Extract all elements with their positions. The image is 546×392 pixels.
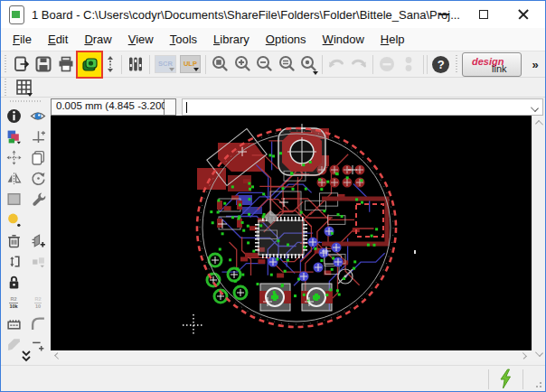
open-button[interactable] — [11, 53, 33, 76]
group-button[interactable] — [3, 189, 24, 210]
scroll-down-icon[interactable] — [535, 349, 543, 357]
mirror-icon — [6, 171, 22, 186]
show-button[interactable] — [27, 106, 49, 126]
command-dropdown-icon[interactable] — [531, 104, 539, 112]
zoom-fit-icon — [210, 54, 230, 74]
app-board-icon — [9, 5, 24, 24]
miter-button[interactable] — [27, 313, 49, 334]
pinswap-button[interactable] — [3, 251, 24, 272]
menu-tools[interactable]: Tools — [162, 30, 205, 49]
coordinate-readout: 0.005 mm (4.845 -3.200) — [51, 98, 165, 116]
more-tools-chevron-icon — [19, 350, 33, 363]
close-button[interactable] — [504, 1, 543, 28]
help-button[interactable]: ? — [430, 53, 452, 76]
horizontal-scrollbar[interactable] — [51, 350, 533, 361]
board-icon — [80, 55, 99, 74]
scroll-right-icon[interactable] — [520, 352, 527, 359]
more-tools-button[interactable] — [1, 350, 51, 363]
zoom-redraw-dropdown-icon — [313, 71, 318, 75]
design-link-button[interactable]: design link — [462, 52, 522, 77]
display-layers-button[interactable] — [3, 126, 24, 147]
toolbar-grip-2[interactable] — [454, 55, 460, 73]
status-bar — [1, 365, 545, 391]
toolbar2-grip[interactable] — [3, 79, 9, 97]
smash-button[interactable] — [3, 313, 24, 334]
switch-board-button-highlighted[interactable] — [78, 52, 101, 77]
board-canvas[interactable] — [51, 116, 533, 350]
ulp-button[interactable]: ULP — [180, 55, 201, 73]
zoom-in-button[interactable] — [231, 53, 253, 76]
gateswap-button[interactable] — [27, 251, 49, 272]
toolbar-overflow-chevron[interactable]: » — [525, 58, 545, 71]
menu-draw[interactable]: Draw — [76, 30, 119, 49]
ulp-label: ULP — [184, 60, 197, 68]
lock-button[interactable] — [3, 272, 24, 293]
grid-toolbar — [1, 79, 545, 98]
script-button[interactable]: SCR — [155, 55, 175, 73]
copy-button[interactable] — [27, 147, 49, 168]
zoom-out-icon — [254, 54, 274, 74]
zoom-redraw-button[interactable] — [297, 53, 319, 76]
print-button[interactable] — [55, 53, 77, 76]
application-window: 1 Board - C:\Users\codyr\Documents\Share… — [0, 0, 546, 392]
change-button[interactable] — [27, 189, 49, 210]
zoom-select-icon — [277, 54, 297, 74]
layer-settings-icon — [127, 55, 145, 73]
grid-button[interactable] — [13, 77, 35, 99]
mark-origin-button[interactable] — [102, 53, 118, 76]
mark-icon — [31, 129, 46, 145]
info-button[interactable] — [3, 106, 24, 126]
pinswap-icon — [6, 254, 22, 269]
menu-file[interactable]: File — [5, 30, 40, 49]
toolbar-grip[interactable] — [3, 55, 9, 73]
smash-icon — [6, 316, 22, 331]
copy-icon — [31, 150, 46, 165]
maximize-icon — [479, 10, 488, 19]
menu-library[interactable]: Library — [205, 30, 258, 49]
move-icon — [6, 150, 22, 165]
command-input[interactable] — [182, 98, 543, 116]
traffic-light-button[interactable] — [398, 53, 419, 76]
layer-settings-button[interactable] — [125, 53, 146, 76]
move-button[interactable] — [3, 147, 24, 168]
help-icon: ? — [432, 56, 449, 73]
sidebar-grip[interactable] — [10, 99, 42, 104]
redo-button[interactable] — [347, 53, 369, 76]
vertical-scrollbar[interactable] — [532, 116, 545, 361]
resize-grip[interactable] — [533, 379, 542, 388]
value-button[interactable]: R2 10 — [27, 293, 49, 313]
mark-button[interactable] — [27, 126, 49, 147]
coordinate-splitter[interactable] — [165, 98, 176, 116]
undo-button[interactable] — [325, 53, 347, 76]
stop-button[interactable] — [376, 53, 398, 76]
drc-lightning-icon[interactable] — [498, 369, 513, 392]
paste-button[interactable] — [3, 210, 24, 230]
mirror-button[interactable] — [3, 168, 24, 189]
maximize-button[interactable] — [464, 1, 504, 28]
add-part-button[interactable] — [27, 230, 49, 251]
save-button[interactable] — [33, 53, 54, 76]
rotate-icon — [31, 171, 46, 186]
rotate-button[interactable] — [27, 168, 49, 189]
zoom-select-button[interactable] — [275, 53, 297, 76]
mark-origin-icon — [104, 55, 117, 73]
title-bar: 1 Board - C:\Users\codyr\Documents\Share… — [1, 1, 545, 28]
menu-window[interactable]: Window — [315, 30, 372, 49]
scroll-up-icon[interactable] — [535, 120, 543, 128]
menu-edit[interactable]: Edit — [40, 30, 76, 49]
group-icon — [6, 191, 22, 207]
zoom-fit-button[interactable] — [209, 53, 231, 76]
design-link-word2: link — [492, 63, 507, 74]
delete-button[interactable] — [3, 230, 24, 251]
menu-view[interactable]: View — [120, 30, 162, 49]
open-board-icon — [13, 55, 31, 73]
main-toolbar: SCR ULP — [1, 51, 545, 78]
command-sidebar: R2 10k R2 10 — [1, 98, 51, 365]
save-icon — [34, 55, 52, 73]
minimize-button[interactable] — [424, 1, 464, 28]
menu-options[interactable]: Options — [258, 30, 315, 49]
name-button[interactable]: R2 10k — [3, 293, 24, 313]
menu-help[interactable]: Help — [372, 30, 413, 49]
scroll-left-icon[interactable] — [54, 352, 61, 359]
zoom-out-button[interactable] — [253, 53, 275, 76]
